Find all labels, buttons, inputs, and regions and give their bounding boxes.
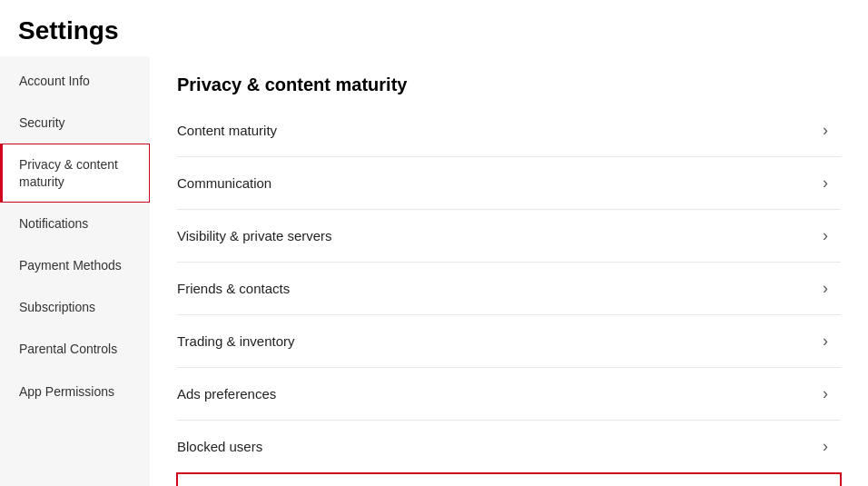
sidebar-item-account-info[interactable]: Account Info — [0, 60, 150, 102]
chevron-right-icon: › — [823, 279, 828, 298]
chevron-right-icon: › — [823, 384, 828, 403]
menu-item-ads-preferences[interactable]: Ads preferences› — [177, 368, 841, 421]
sidebar-item-parental-controls[interactable]: Parental Controls — [0, 328, 150, 370]
menu-item-content-maturity[interactable]: Content maturity› — [177, 104, 841, 157]
menu-item-blocked-users[interactable]: Blocked users› — [177, 421, 841, 473]
menu-item-label-friends-contacts: Friends & contacts — [177, 281, 290, 296]
menu-item-account-deactivation-deletion[interactable]: Account deactivation & deletion› — [177, 473, 841, 486]
menu-item-label-communication: Communication — [177, 175, 271, 191]
page-title: Settings — [0, 0, 868, 56]
sidebar-item-subscriptions[interactable]: Subscriptions — [0, 286, 150, 328]
chevron-right-icon: › — [823, 121, 828, 140]
menu-item-label-trading-inventory: Trading & inventory — [177, 333, 295, 349]
chevron-right-icon: › — [823, 332, 828, 351]
menu-item-trading-inventory[interactable]: Trading & inventory› — [177, 315, 841, 368]
menu-item-visibility-private-servers[interactable]: Visibility & private servers› — [177, 210, 841, 263]
section-title: Privacy & content maturity — [177, 56, 841, 104]
chevron-right-icon: › — [823, 226, 828, 245]
sidebar: Account InfoSecurityPrivacy & content ma… — [0, 56, 150, 486]
menu-item-friends-contacts[interactable]: Friends & contacts› — [177, 263, 841, 315]
chevron-right-icon: › — [823, 174, 828, 193]
menu-item-communication[interactable]: Communication› — [177, 157, 841, 210]
menu-item-label-content-maturity: Content maturity — [177, 123, 277, 138]
menu-item-label-visibility-private-servers: Visibility & private servers — [177, 228, 332, 243]
menu-item-label-ads-preferences: Ads preferences — [177, 386, 276, 402]
sidebar-item-app-permissions[interactable]: App Permissions — [0, 371, 150, 412]
sidebar-item-privacy-content-maturity[interactable]: Privacy & content maturity — [0, 144, 150, 202]
sidebar-item-notifications[interactable]: Notifications — [0, 203, 150, 244]
menu-item-label-blocked-users: Blocked users — [177, 439, 262, 454]
sidebar-item-security[interactable]: Security — [0, 102, 150, 144]
sidebar-item-payment-methods[interactable]: Payment Methods — [0, 244, 150, 286]
main-content: Privacy & content maturity Content matur… — [150, 56, 868, 486]
chevron-right-icon: › — [823, 437, 828, 456]
